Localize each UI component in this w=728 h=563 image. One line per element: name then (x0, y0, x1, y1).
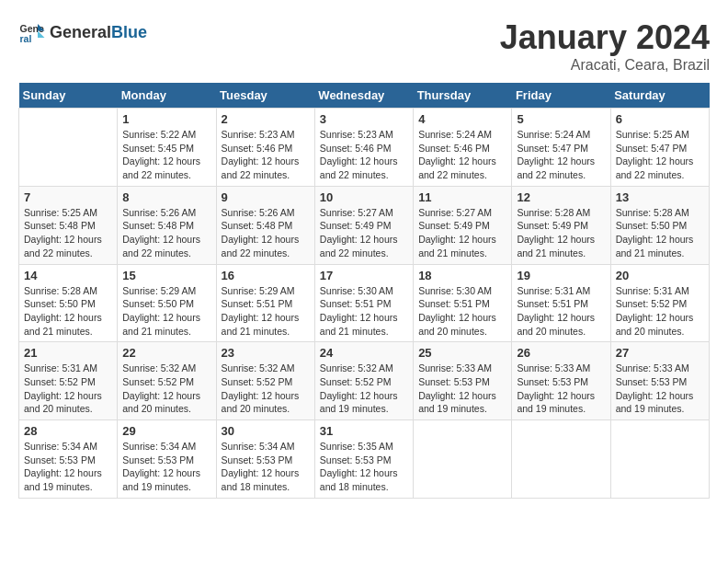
location: Aracati, Ceara, Brazil (500, 57, 710, 74)
day-info: Sunrise: 5:28 AM Sunset: 5:50 PM Dayligh… (24, 284, 112, 339)
day-cell: 22Sunrise: 5:32 AM Sunset: 5:52 PM Dayli… (118, 342, 216, 420)
week-row-2: 7Sunrise: 5:25 AM Sunset: 5:48 PM Daylig… (19, 186, 710, 264)
logo-blue: Blue (111, 23, 147, 41)
week-row-3: 14Sunrise: 5:28 AM Sunset: 5:50 PM Dayli… (19, 264, 710, 342)
day-cell: 21Sunrise: 5:31 AM Sunset: 5:52 PM Dayli… (19, 342, 118, 420)
day-cell (512, 420, 610, 499)
day-cell: 18Sunrise: 5:30 AM Sunset: 5:51 PM Dayli… (414, 264, 512, 342)
day-info: Sunrise: 5:30 AM Sunset: 5:51 PM Dayligh… (320, 284, 408, 339)
day-info: Sunrise: 5:26 AM Sunset: 5:48 PM Dayligh… (122, 206, 210, 260)
header-sunday: Sunday (19, 83, 118, 109)
day-cell: 7Sunrise: 5:25 AM Sunset: 5:48 PM Daylig… (19, 186, 118, 264)
day-number: 23 (222, 346, 310, 360)
day-cell: 25Sunrise: 5:33 AM Sunset: 5:53 PM Dayli… (414, 342, 512, 420)
day-cell: 23Sunrise: 5:32 AM Sunset: 5:52 PM Dayli… (216, 342, 314, 420)
day-number: 22 (122, 346, 210, 360)
day-number: 30 (222, 424, 310, 438)
day-number: 11 (418, 190, 506, 204)
day-info: Sunrise: 5:32 AM Sunset: 5:52 PM Dayligh… (320, 362, 408, 416)
month-title: January 2024 (500, 18, 710, 57)
day-cell: 28Sunrise: 5:34 AM Sunset: 5:53 PM Dayli… (19, 420, 118, 499)
day-cell: 13Sunrise: 5:28 AM Sunset: 5:50 PM Dayli… (610, 186, 709, 264)
day-info: Sunrise: 5:33 AM Sunset: 5:53 PM Dayligh… (616, 362, 704, 416)
day-number: 14 (24, 269, 112, 282)
day-number: 20 (616, 269, 704, 282)
logo-general: General (50, 23, 111, 41)
day-info: Sunrise: 5:32 AM Sunset: 5:52 PM Dayligh… (122, 362, 210, 416)
day-cell: 14Sunrise: 5:28 AM Sunset: 5:50 PM Dayli… (19, 264, 118, 342)
day-cell: 26Sunrise: 5:33 AM Sunset: 5:53 PM Dayli… (512, 342, 610, 420)
day-number: 25 (418, 346, 506, 360)
day-cell: 12Sunrise: 5:28 AM Sunset: 5:49 PM Dayli… (512, 186, 610, 264)
day-info: Sunrise: 5:34 AM Sunset: 5:53 PM Dayligh… (24, 440, 112, 494)
week-row-5: 28Sunrise: 5:34 AM Sunset: 5:53 PM Dayli… (19, 420, 710, 499)
day-number: 28 (24, 424, 112, 438)
day-info: Sunrise: 5:30 AM Sunset: 5:51 PM Dayligh… (418, 284, 506, 339)
day-cell: 16Sunrise: 5:29 AM Sunset: 5:51 PM Dayli… (216, 264, 314, 342)
day-cell: 1Sunrise: 5:22 AM Sunset: 5:45 PM Daylig… (118, 109, 216, 187)
day-cell: 19Sunrise: 5:31 AM Sunset: 5:51 PM Dayli… (512, 264, 610, 342)
day-number: 9 (222, 190, 310, 204)
day-info: Sunrise: 5:34 AM Sunset: 5:53 PM Dayligh… (122, 440, 210, 494)
day-info: Sunrise: 5:22 AM Sunset: 5:45 PM Dayligh… (122, 128, 210, 182)
day-cell: 11Sunrise: 5:27 AM Sunset: 5:49 PM Dayli… (414, 186, 512, 264)
day-number: 12 (517, 190, 605, 204)
day-info: Sunrise: 5:28 AM Sunset: 5:50 PM Dayligh… (616, 206, 704, 260)
day-cell: 29Sunrise: 5:34 AM Sunset: 5:53 PM Dayli… (118, 420, 216, 499)
day-info: Sunrise: 5:27 AM Sunset: 5:49 PM Dayligh… (418, 206, 506, 260)
day-info: Sunrise: 5:35 AM Sunset: 5:53 PM Dayligh… (320, 440, 408, 494)
title-block: January 2024 Aracati, Ceara, Brazil (500, 18, 710, 74)
header-friday: Friday (512, 83, 610, 109)
header-tuesday: Tuesday (216, 83, 314, 109)
day-number: 21 (24, 346, 112, 360)
day-info: Sunrise: 5:33 AM Sunset: 5:53 PM Dayligh… (517, 362, 605, 416)
day-info: Sunrise: 5:34 AM Sunset: 5:53 PM Dayligh… (222, 440, 310, 494)
calendar-table: SundayMondayTuesdayWednesdayThursdayFrid… (18, 83, 710, 499)
day-cell: 27Sunrise: 5:33 AM Sunset: 5:53 PM Dayli… (610, 342, 709, 420)
header-row: SundayMondayTuesdayWednesdayThursdayFrid… (19, 83, 710, 109)
day-number: 16 (222, 269, 310, 282)
day-cell: 20Sunrise: 5:31 AM Sunset: 5:52 PM Dayli… (610, 264, 709, 342)
day-number: 6 (616, 112, 704, 126)
day-info: Sunrise: 5:23 AM Sunset: 5:46 PM Dayligh… (222, 128, 310, 182)
day-number: 7 (24, 190, 112, 204)
day-info: Sunrise: 5:23 AM Sunset: 5:46 PM Dayligh… (320, 128, 408, 182)
day-number: 13 (616, 190, 704, 204)
day-number: 31 (320, 424, 408, 438)
day-cell: 9Sunrise: 5:26 AM Sunset: 5:48 PM Daylig… (216, 186, 314, 264)
day-info: Sunrise: 5:24 AM Sunset: 5:46 PM Dayligh… (418, 128, 506, 182)
day-number: 4 (418, 112, 506, 126)
header-saturday: Saturday (610, 83, 709, 109)
day-cell: 3Sunrise: 5:23 AM Sunset: 5:46 PM Daylig… (314, 109, 413, 187)
header-wednesday: Wednesday (314, 83, 413, 109)
day-number: 10 (320, 190, 408, 204)
day-cell (19, 109, 118, 187)
day-cell: 5Sunrise: 5:24 AM Sunset: 5:47 PM Daylig… (512, 109, 610, 187)
day-cell: 4Sunrise: 5:24 AM Sunset: 5:46 PM Daylig… (414, 109, 512, 187)
day-info: Sunrise: 5:29 AM Sunset: 5:50 PM Dayligh… (122, 284, 210, 339)
day-number: 17 (320, 269, 408, 282)
day-info: Sunrise: 5:33 AM Sunset: 5:53 PM Dayligh… (418, 362, 506, 416)
day-cell: 6Sunrise: 5:25 AM Sunset: 5:47 PM Daylig… (610, 109, 709, 187)
day-number: 2 (222, 112, 310, 126)
day-number: 1 (122, 112, 210, 126)
day-info: Sunrise: 5:25 AM Sunset: 5:47 PM Dayligh… (616, 128, 704, 182)
day-cell: 31Sunrise: 5:35 AM Sunset: 5:53 PM Dayli… (314, 420, 413, 499)
day-cell: 30Sunrise: 5:34 AM Sunset: 5:53 PM Dayli… (216, 420, 314, 499)
day-cell: 15Sunrise: 5:29 AM Sunset: 5:50 PM Dayli… (118, 264, 216, 342)
day-number: 5 (517, 112, 605, 126)
day-cell: 24Sunrise: 5:32 AM Sunset: 5:52 PM Dayli… (314, 342, 413, 420)
day-number: 18 (418, 269, 506, 282)
day-cell: 2Sunrise: 5:23 AM Sunset: 5:46 PM Daylig… (216, 109, 314, 187)
day-number: 8 (122, 190, 210, 204)
svg-text:ral: ral (20, 33, 32, 44)
day-number: 29 (122, 424, 210, 438)
day-cell: 10Sunrise: 5:27 AM Sunset: 5:49 PM Dayli… (314, 186, 413, 264)
day-number: 3 (320, 112, 408, 126)
day-cell (414, 420, 512, 499)
day-number: 27 (616, 346, 704, 360)
header-thursday: Thursday (414, 83, 512, 109)
week-row-4: 21Sunrise: 5:31 AM Sunset: 5:52 PM Dayli… (19, 342, 710, 420)
day-info: Sunrise: 5:31 AM Sunset: 5:51 PM Dayligh… (517, 284, 605, 339)
day-number: 19 (517, 269, 605, 282)
